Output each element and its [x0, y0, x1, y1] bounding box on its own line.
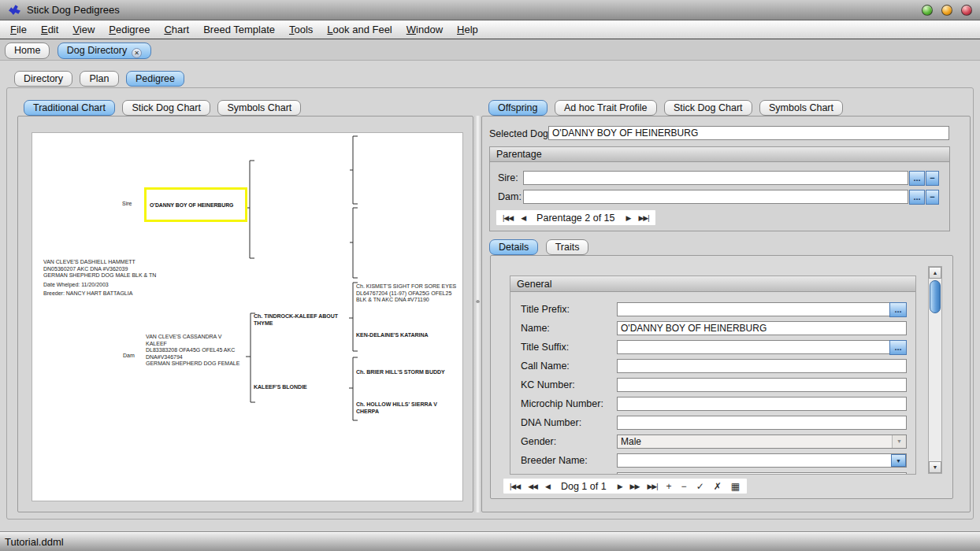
kismet-node[interactable]: Ch. KISMET'S SIGHT FOR SORE EYES DL64767… — [356, 283, 458, 304]
parentage-prev-icon[interactable]: ◀ — [517, 214, 529, 222]
menu-edit[interactable]: Edit — [34, 22, 65, 37]
sierra-node[interactable]: Ch. HOLLOW HILLS' SIERRA V CHERPA — [356, 401, 452, 415]
menu-view[interactable]: View — [65, 22, 102, 37]
parentage-group: Parentage Sire: ... − Dam: ... − |◀◀ ◀ P… — [489, 146, 950, 231]
clipped-next-input[interactable] — [617, 472, 907, 475]
katarina-node[interactable]: KEN-DELAINE'S KATARINA — [356, 332, 458, 339]
menu-bar: File Edit View Pedigree Chart Breed Temp… — [0, 20, 980, 39]
parentage-next-icon[interactable]: ▶ — [622, 214, 635, 222]
sire-field-label: Sire: — [498, 172, 518, 183]
breeder-dropdown-arrow-icon[interactable]: ▼ — [891, 454, 906, 467]
sire-label: Sire — [122, 201, 132, 208]
title-suffix-ellipsis-button[interactable]: ... — [889, 340, 907, 355]
menu-look-and-feel[interactable]: Look and Feel — [320, 22, 399, 37]
dog-prev-icon[interactable]: ◀ — [541, 483, 554, 490]
dam-sire-node[interactable]: Ch. TINDROCK-KALEEF ABOUT THYME — [254, 313, 347, 327]
name-input[interactable] — [617, 321, 907, 335]
general-group: General Title Prefix: ... Name: Title Su… — [510, 276, 916, 475]
name-label: Name: — [521, 321, 550, 335]
sire-lookup-ellipsis-button[interactable]: ... — [909, 171, 925, 186]
tab-directory[interactable]: Directory — [14, 71, 72, 87]
dam-lookup-ellipsis-button[interactable]: ... — [909, 190, 925, 205]
gender-combobox: Male ▼ — [617, 435, 907, 449]
dog-first-icon[interactable]: |◀◀ — [506, 483, 524, 490]
dam-dam-node[interactable]: KALEEF'S BLONDIE — [254, 384, 347, 391]
title-prefix-ellipsis-button[interactable]: ... — [889, 302, 907, 317]
microchip-number-label: Microchip Number: — [521, 397, 603, 411]
menu-window[interactable]: Window — [399, 22, 450, 37]
dog-last-icon[interactable]: ▶▶| — [643, 483, 661, 490]
tab-pedigree[interactable]: Pedigree — [126, 71, 184, 87]
tab-stick-dog-chart-right[interactable]: Stick Dog Chart — [664, 100, 752, 116]
close-tab-icon[interactable]: ✕ — [132, 48, 142, 58]
scroll-down-icon[interactable]: ▼ — [929, 461, 941, 473]
menu-help[interactable]: Help — [450, 22, 485, 37]
title-suffix-input[interactable] — [617, 340, 890, 354]
dog-forward-icon[interactable]: ▶▶ — [626, 483, 644, 490]
delete-record-icon[interactable]: − — [677, 481, 692, 492]
selected-dog-node[interactable]: O'DANNY BOY OF HEINERBURG — [144, 187, 247, 222]
storm-buddy-node[interactable]: Ch. BRIER HILL'S STORM BUDDY — [356, 369, 458, 376]
pedigree-bracket-lines — [32, 133, 462, 501]
subject-dog-node[interactable]: VAN CLEVE'S DASHIELL HAMMETT DN05360207 … — [43, 259, 225, 298]
subject-reg: DN05360207 AKC DNA #V362039 — [43, 266, 225, 273]
parentage-header: Parentage — [490, 147, 949, 162]
dna-number-input[interactable] — [617, 416, 907, 430]
add-record-icon[interactable]: + — [662, 481, 677, 492]
grid-view-icon[interactable]: ▦ — [726, 481, 744, 492]
breeder-name-combobox[interactable]: ▼ — [617, 453, 907, 468]
dna-number-label: DNA Number: — [521, 416, 581, 430]
menu-breed-template[interactable]: Breed Template — [196, 22, 282, 37]
microchip-number-input[interactable] — [617, 397, 907, 411]
kismet-name: Ch. KISMET'S SIGHT FOR SORE EYES — [356, 283, 458, 290]
tab-stick-dog-chart-left[interactable]: Stick Dog Chart — [122, 100, 210, 116]
parentage-first-icon[interactable]: |◀◀ — [499, 214, 517, 222]
tab-dog-directory[interactable]: Dog Directory✕ — [58, 43, 151, 59]
tab-home-label: Home — [14, 45, 40, 56]
view-tab-bar: Directory Plan Pedigree — [14, 71, 188, 87]
minimize-button[interactable] — [922, 5, 933, 16]
cancel-record-icon[interactable]: ✗ — [709, 481, 726, 492]
tab-home[interactable]: Home — [5, 43, 50, 59]
panel-splitter[interactable] — [474, 116, 481, 512]
tab-traditional-chart[interactable]: Traditional Chart — [24, 100, 115, 116]
dam-reg: DL83383208 OFA45G OFEL45 AKC DNA#V346794 — [146, 347, 242, 361]
tab-details[interactable]: Details — [489, 239, 538, 255]
title-suffix-label: Title Suffix: — [521, 340, 569, 354]
tab-plan[interactable]: Plan — [80, 71, 118, 87]
tab-symbols-chart-right[interactable]: Symbols Chart — [759, 100, 843, 116]
scroll-thumb[interactable] — [930, 280, 941, 313]
dam-remove-button[interactable]: − — [926, 190, 939, 205]
sire-input[interactable] — [523, 171, 908, 185]
general-header: General — [510, 276, 915, 292]
dam-node[interactable]: VAN CLEVE'S CASSANDRA V KALEEF DL8338320… — [146, 334, 242, 368]
subject-name: VAN CLEVE'S DASHIELL HAMMETT — [43, 259, 225, 266]
menu-pedigree[interactable]: Pedigree — [102, 22, 157, 37]
menu-chart[interactable]: Chart — [157, 22, 196, 37]
offspring-tab-bar: Offspring Ad hoc Trait Profile Stick Dog… — [488, 100, 847, 116]
details-scrollbar[interactable]: ▲ ▼ — [928, 266, 942, 474]
selected-dog-input[interactable] — [548, 126, 949, 140]
sire-remove-button[interactable]: − — [926, 171, 939, 186]
dam-input[interactable] — [523, 190, 908, 204]
parentage-last-icon[interactable]: ▶▶| — [634, 214, 652, 222]
kc-number-input[interactable] — [617, 378, 907, 392]
tab-adhoc-trait-profile[interactable]: Ad hoc Trait Profile — [555, 100, 657, 116]
menu-tools[interactable]: Tools — [282, 22, 320, 37]
parentage-navigator: |◀◀ ◀ Parentage 2 of 15 ▶ ▶▶| — [496, 210, 655, 225]
tab-offspring[interactable]: Offspring — [488, 100, 548, 116]
close-button[interactable] — [961, 5, 972, 16]
title-prefix-input[interactable] — [617, 302, 890, 316]
offspring-panel: Selected Dog: Parentage Sire: ... − Dam:… — [481, 116, 971, 512]
commit-record-icon[interactable]: ✓ — [692, 481, 709, 492]
title-prefix-label: Title Prefix: — [521, 302, 570, 316]
dog-next-icon[interactable]: ▶ — [614, 483, 626, 490]
menu-file[interactable]: File — [3, 22, 34, 37]
tab-dog-directory-label: Dog Directory — [67, 45, 127, 56]
scroll-up-icon[interactable]: ▲ — [929, 267, 941, 279]
call-name-input[interactable] — [617, 359, 907, 373]
maximize-button[interactable] — [941, 5, 952, 16]
tab-traits[interactable]: Traits — [546, 239, 589, 255]
dog-rewind-icon[interactable]: ◀◀ — [524, 483, 541, 490]
tab-symbols-chart-left[interactable]: Symbols Chart — [217, 100, 301, 116]
